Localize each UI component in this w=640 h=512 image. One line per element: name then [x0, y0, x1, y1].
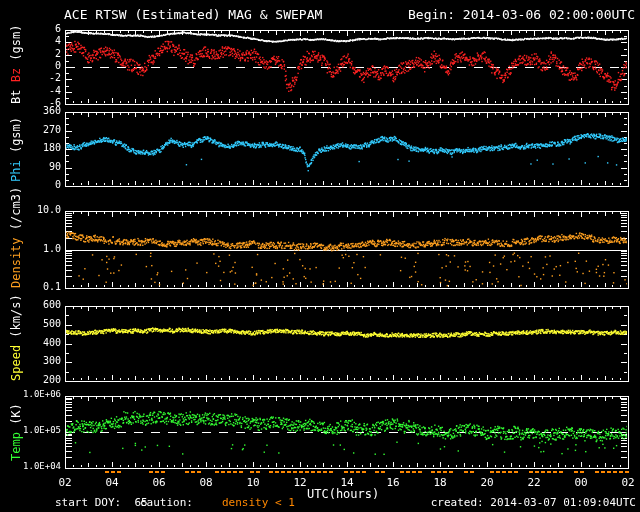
x-tick-label: 22	[522, 477, 546, 488]
plot-title: ACE RTSW (Estimated) MAG & SWEPAM	[64, 7, 322, 22]
x-tick-label: 14	[335, 477, 359, 488]
axis-label-temp: Temp (K)	[10, 396, 22, 468]
x-tick-label: 06	[147, 477, 171, 488]
created-timestamp: created: 2014-03-07 01:09:04UTC	[431, 496, 636, 509]
start-doy-label: start DOY: 65	[55, 496, 148, 509]
axis-label-part: Phi	[9, 160, 23, 182]
x-tick-label: 08	[194, 477, 218, 488]
x-tick-label: 12	[288, 477, 312, 488]
axis-label-part: Speed	[9, 345, 23, 381]
x-tick-label: 10	[241, 477, 265, 488]
axis-label-part: Temp	[9, 432, 23, 461]
ace-rtsw-plot: ACE RTSW (Estimated) MAG & SWEPAM Begin:…	[0, 0, 640, 512]
axis-label-part: Bt	[9, 82, 23, 104]
axis-label-part: (km/s)	[9, 294, 23, 345]
axis-label-density: Density (/cm3)	[10, 211, 22, 288]
x-tick-label: 02	[616, 477, 640, 488]
x-tick-label: 02	[53, 477, 77, 488]
x-tick-label: 04	[100, 477, 124, 488]
axis-label-speed: Speed (km/s)	[10, 306, 22, 381]
x-tick-label: 18	[428, 477, 452, 488]
axis-label-part: Density	[9, 237, 23, 288]
axis-label-part: (K)	[9, 403, 23, 432]
x-tick-label: 20	[475, 477, 499, 488]
caution-value: density < 1	[222, 496, 295, 509]
x-tick-label: 00	[569, 477, 593, 488]
begin-timestamp: Begin: 2014-03-06 02:00:00UTC	[408, 7, 635, 22]
axis-label-part: (gsm)	[9, 116, 23, 159]
caution-label: caution:	[140, 496, 193, 509]
axis-label-part: (gsm)	[9, 25, 23, 68]
axis-label-part: Bz	[9, 68, 23, 82]
x-axis-title: UTC(hours)	[307, 487, 379, 501]
axis-label-phi: Phi (gsm)	[10, 112, 22, 186]
axis-label-part: (/cm3)	[9, 187, 23, 238]
axis-label-bt-bz: Bt Bz (gsm)	[10, 30, 22, 104]
plot-canvas	[0, 0, 640, 512]
x-tick-label: 16	[381, 477, 405, 488]
